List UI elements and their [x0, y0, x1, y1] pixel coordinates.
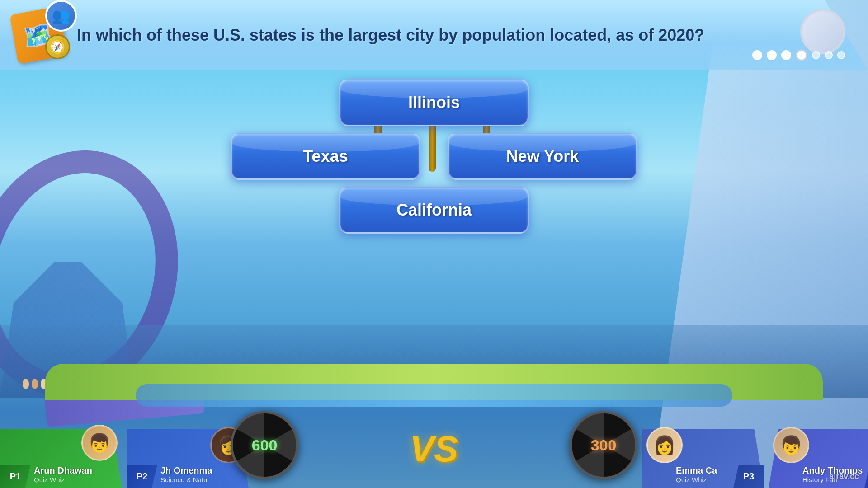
player3-card: Emma Ca Quiz Whiz P3 👩	[642, 402, 764, 488]
answer-illinois[interactable]: Illinois	[339, 79, 529, 126]
team-left: Arun Dhawan Quiz Whiz P1 👦 Jh Omenma Sci…	[0, 398, 262, 488]
timer-circle	[800, 9, 845, 54]
vs-area: VS	[262, 428, 606, 488]
question-header: 👥 🗺️ 🧭 In which of these U.S. states is …	[0, 0, 868, 70]
progress-dots	[752, 49, 845, 61]
player1-name: Arun Dhawan	[34, 465, 120, 476]
player1-info: Arun Dhawan Quiz Whiz	[34, 465, 120, 483]
progress-dot-7	[837, 51, 845, 59]
player1-avatar: 👦	[70, 391, 129, 461]
category-icon-circle: 👥	[45, 0, 77, 32]
answer-row-bottom: California	[231, 187, 637, 234]
watermark: airav.cc	[829, 472, 859, 481]
player1-card: Arun Dhawan Quiz Whiz P1 👦	[0, 402, 122, 488]
answer-row-middle: Texas New York	[231, 133, 637, 180]
team-right: 300 Emma Ca Quiz Whiz P3 👩	[606, 398, 868, 488]
progress-dot-6	[825, 51, 833, 59]
answer-california[interactable]: California	[339, 187, 529, 234]
vs-text: VS	[410, 428, 458, 470]
progress-dot-3	[781, 50, 791, 60]
player3-avatar: 👩	[635, 393, 694, 463]
scoreboard: Arun Dhawan Quiz Whiz P1 👦 Jh Omenma Sci…	[0, 398, 868, 488]
player1-title: Quiz Whiz	[34, 476, 120, 483]
player4-avatar: 👦	[762, 393, 821, 463]
progress-dot-4	[796, 49, 807, 61]
progress-dot-2	[767, 50, 777, 60]
progress-dot-5	[812, 51, 820, 59]
answers-area: Illinois Texas New York California	[231, 72, 637, 240]
question-text: In which of these U.S. states is the lar…	[77, 26, 868, 45]
compass-icon: 🧭	[43, 32, 72, 61]
progress-dot-1	[752, 50, 762, 60]
answer-row-top: Illinois	[231, 79, 637, 126]
answer-texas[interactable]: Texas	[231, 133, 420, 180]
answer-new-york[interactable]: New York	[448, 133, 637, 180]
